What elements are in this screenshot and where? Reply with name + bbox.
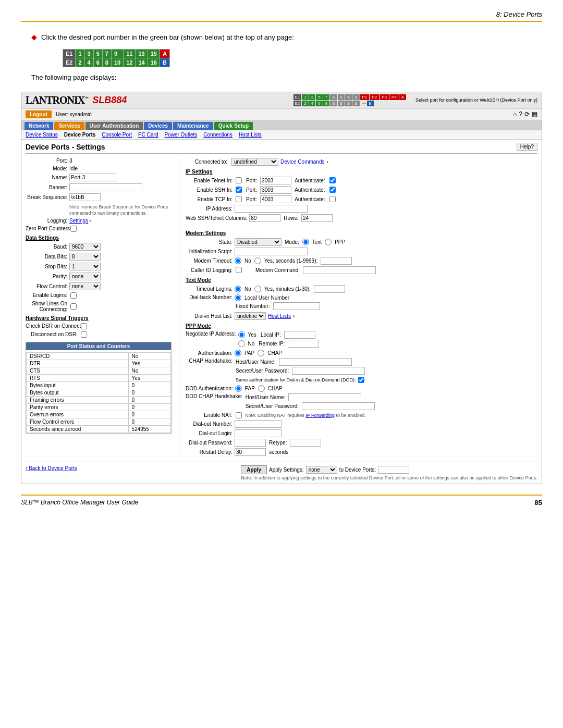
webssh-rows-input[interactable] (301, 214, 333, 222)
host-lists-link[interactable]: Host Lists (268, 313, 291, 319)
mode-text-radio[interactable] (302, 239, 309, 245)
connected-to-select[interactable]: undefined (231, 158, 278, 166)
restart-delay-unit: seconds (269, 449, 288, 455)
local-ip-label: Local IP: (261, 332, 281, 338)
break-seq-input[interactable] (69, 193, 101, 201)
to-device-ports-input[interactable] (378, 466, 409, 474)
parity-select[interactable]: none (69, 273, 101, 280)
disconnect-dsr-checkbox[interactable] (81, 331, 87, 338)
dialback-local-radio[interactable] (235, 294, 241, 301)
question-icon[interactable]: ? (519, 110, 522, 118)
baud-select[interactable]: 9600 (69, 243, 101, 251)
banner-input[interactable] (69, 183, 142, 191)
tab-quick-setup[interactable]: Quick Setup (214, 122, 253, 130)
ip-address-label: IP Address: (186, 206, 232, 212)
subnav-host-lists[interactable]: Host Lists (239, 132, 262, 138)
retype-input[interactable] (290, 439, 321, 447)
bullet-text: Click the desired port number in the gre… (41, 32, 294, 43)
subnav-device-ports[interactable]: Device Ports (64, 132, 96, 138)
zero-port-row: Zero Port Counters: (26, 226, 172, 232)
modem-timeout-no-radio[interactable] (235, 257, 241, 264)
dial-out-password-input[interactable] (235, 439, 266, 447)
home-icon[interactable]: ⌂ (513, 110, 517, 118)
stat-bytes-in-value: 0 (128, 381, 170, 389)
nat-checkbox[interactable] (236, 412, 242, 418)
modem-timeout-input[interactable] (321, 257, 352, 265)
ip-forwarding-link[interactable]: IP Forwarding (305, 413, 335, 418)
form-left: Port: 3 Mode: Idle Name: Banner: (26, 158, 172, 458)
modem-command-input[interactable] (303, 266, 376, 274)
dod-chap-radio[interactable] (258, 385, 265, 392)
tab-devices[interactable]: Devices (144, 122, 172, 130)
tab-network[interactable]: Network (25, 122, 53, 130)
telnet-checkbox[interactable] (236, 177, 242, 183)
dial-out-number-input[interactable] (235, 420, 282, 428)
mode-ppp-radio[interactable] (325, 239, 332, 245)
tcp-checkbox[interactable] (236, 196, 242, 202)
ip-address-input[interactable] (235, 205, 308, 213)
negotiate-yes-radio[interactable] (238, 331, 245, 338)
tab-services[interactable]: Services (54, 122, 84, 130)
ssh-port-input[interactable] (260, 186, 291, 194)
name-input[interactable] (69, 174, 116, 181)
telnet-auth-checkbox[interactable] (329, 177, 336, 183)
dial-in-label: Dial-in Host List: (186, 313, 232, 319)
back-to-device-ports-link[interactable]: ‹ Back to Device Ports (26, 465, 77, 471)
apply-button[interactable]: Apply (241, 465, 267, 474)
table-row: Bytes output0 (27, 389, 171, 396)
show-lines-checkbox[interactable] (70, 303, 77, 310)
webssh-cols-input[interactable] (249, 214, 280, 222)
flow-control-select[interactable]: none (69, 282, 101, 290)
tcp-auth-checkbox[interactable] (329, 196, 336, 202)
ssh-checkbox[interactable] (236, 187, 242, 193)
tab-maintenance[interactable]: Maintenance (173, 122, 213, 130)
restart-delay-input[interactable] (235, 448, 266, 456)
modem-timeout-no-label: No (244, 258, 251, 264)
subnav-device-status[interactable]: Device Status (26, 132, 58, 138)
timeout-minutes-input[interactable] (314, 285, 345, 293)
dod-pap-radio[interactable] (235, 385, 242, 392)
zero-port-label: Zero Port Counters: (26, 226, 67, 231)
logging-settings-link[interactable]: Settings (69, 218, 88, 224)
init-script-input[interactable] (235, 248, 308, 255)
host-user-name-input[interactable] (279, 358, 352, 366)
enable-logins-checkbox[interactable] (70, 292, 77, 299)
modem-mode-label: Mode: (285, 239, 299, 245)
check-dsr-checkbox[interactable] (81, 323, 87, 329)
telnet-port-input[interactable] (260, 177, 291, 184)
subnav-console-port[interactable]: Console Port (102, 132, 132, 138)
stop-bits-select[interactable]: 1 (69, 263, 101, 270)
device-commands-link[interactable]: Device Commands (280, 159, 324, 165)
user-text: User: sysadmin (56, 112, 92, 117)
ssh-auth-checkbox[interactable] (329, 187, 336, 193)
subnav-pc-card[interactable]: PC Card (138, 132, 158, 138)
dial-in-select[interactable]: undefined (235, 312, 266, 320)
subnav-connections[interactable]: Connections (203, 132, 232, 138)
chap-radio[interactable] (258, 350, 264, 356)
data-bits-select[interactable]: 8 (69, 253, 101, 261)
dod-host-input[interactable] (288, 393, 361, 401)
dial-out-login-input[interactable] (235, 429, 282, 437)
logout-button[interactable]: Logout (26, 110, 52, 118)
help-button[interactable]: Help? (517, 143, 537, 151)
negotiate-no-radio[interactable] (238, 340, 245, 347)
pap-radio[interactable] (235, 350, 241, 356)
same-auth-checkbox[interactable] (358, 377, 364, 383)
modem-timeout-yes-radio[interactable] (254, 257, 261, 264)
fixed-number-input[interactable] (273, 302, 320, 310)
local-ip-input[interactable] (284, 331, 315, 339)
modem-state-select[interactable]: Disabled (235, 238, 282, 246)
zero-port-checkbox[interactable] (70, 226, 77, 232)
tcp-port-input[interactable] (260, 195, 291, 203)
timeout-yes-radio[interactable] (254, 286, 261, 292)
timeout-no-radio[interactable] (235, 286, 241, 292)
caller-id-checkbox[interactable] (236, 267, 242, 273)
secret-user-pass-input[interactable] (292, 367, 365, 375)
remote-ip-input[interactable] (288, 340, 319, 348)
grid-icon[interactable]: ▦ (532, 110, 537, 118)
subnav-power-outlets[interactable]: Power Outlets (164, 132, 197, 138)
tab-user-authentication[interactable]: User Authentication (85, 122, 143, 130)
apply-settings-select[interactable]: none (306, 466, 337, 474)
dod-secret-input[interactable] (302, 402, 375, 410)
refresh-icon[interactable]: ⟳ (524, 110, 530, 118)
